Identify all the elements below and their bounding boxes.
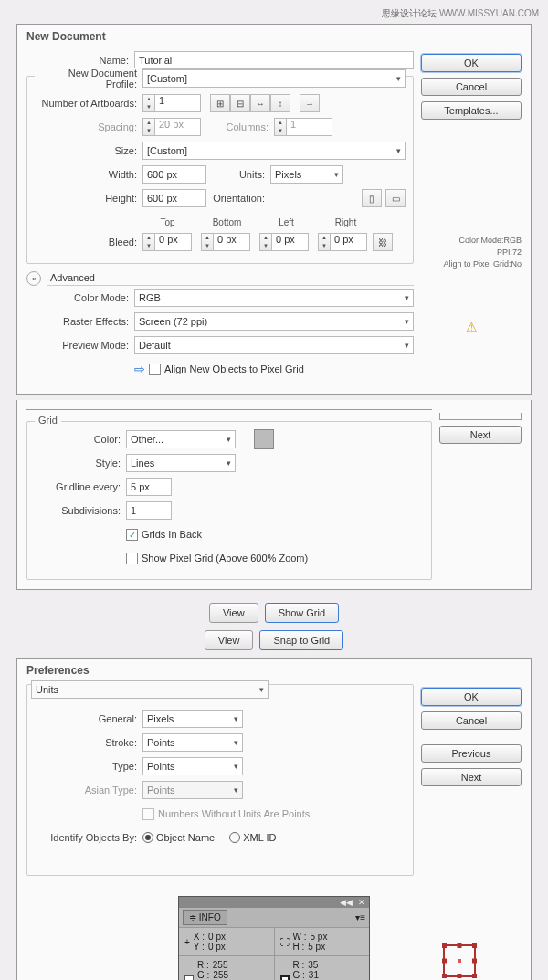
ok-button[interactable]: OK bbox=[421, 54, 522, 72]
show-pixel-grid-checkbox[interactable] bbox=[126, 553, 138, 564]
new-document-dialog: New Document Name: Tutorial New Document… bbox=[16, 24, 532, 395]
arrange-grid-row-icon[interactable]: ⊞ bbox=[210, 94, 230, 112]
advanced-label: Advanced bbox=[47, 272, 99, 283]
shape-preview bbox=[443, 944, 476, 977]
view-menu-1[interactable]: View bbox=[209, 603, 258, 623]
profile-select[interactable]: [Custom] bbox=[142, 69, 406, 88]
arrange-col-icon[interactable]: ↕ bbox=[270, 94, 290, 112]
general-select[interactable]: Pixels bbox=[142, 710, 243, 728]
view-menu-2[interactable]: View bbox=[205, 630, 254, 650]
type-select[interactable]: Points bbox=[142, 757, 243, 775]
color-mode-select[interactable]: RGB bbox=[134, 289, 414, 307]
stroke-select[interactable]: Points bbox=[142, 733, 243, 752]
grid-style-select[interactable]: Lines bbox=[126, 454, 236, 472]
link-bleed-icon[interactable]: ⛓ bbox=[373, 233, 393, 251]
menu-hint-show-grid: View Show Grid bbox=[0, 603, 548, 623]
color-mode-label: Color Mode: bbox=[43, 292, 134, 303]
hint-arrow-icon: ⇨ bbox=[134, 362, 145, 376]
width-label: Width: bbox=[35, 169, 142, 180]
numbers-checkbox bbox=[142, 808, 154, 820]
info-menu-icon[interactable]: ▾≡ bbox=[355, 912, 365, 922]
name-input[interactable]: Tutorial bbox=[134, 51, 414, 69]
preferences-dialog: Preferences Units General: Pixels Stroke… bbox=[16, 658, 532, 980]
warning-icon: ⚠ bbox=[466, 320, 478, 334]
meta-align: Align to Pixel Grid:No bbox=[421, 258, 522, 270]
grid-color-select[interactable]: Other... bbox=[126, 430, 236, 448]
templates-button[interactable]: Templates... bbox=[421, 101, 522, 120]
asian-type-select: Points bbox=[142, 781, 243, 799]
height-label: Height: bbox=[35, 193, 142, 204]
align-pixel-checkbox[interactable] bbox=[149, 364, 161, 375]
bleed-bottom-spinner[interactable]: ▲▼0 px bbox=[201, 233, 250, 251]
object-name-radio[interactable] bbox=[142, 832, 153, 843]
grid-color-label: Color: bbox=[35, 434, 126, 445]
orientation-label: Orientation: bbox=[206, 193, 270, 204]
spacing-label: Spacing: bbox=[35, 121, 142, 132]
artboards-spinner[interactable]: ▲▼ 1 bbox=[142, 94, 201, 112]
gridline-every-input[interactable]: 5 px bbox=[126, 478, 172, 496]
watermark-url: WWW.MISSYUAN.COM bbox=[439, 8, 539, 18]
raster-label: Raster Effects: bbox=[43, 316, 134, 327]
xml-id-label: XML ID bbox=[243, 832, 276, 843]
advanced-collapse-icon[interactable]: « bbox=[26, 271, 41, 286]
grid-style-label: Style: bbox=[35, 458, 126, 469]
grid-next-button[interactable]: Next bbox=[439, 426, 522, 444]
info-close-icon[interactable]: ✕ bbox=[358, 898, 365, 907]
landscape-icon[interactable]: ▭ bbox=[385, 189, 406, 207]
object-name-label: Object Name bbox=[156, 832, 215, 843]
grid-color-swatch[interactable] bbox=[254, 429, 274, 449]
info-collapse-icon[interactable]: ◀◀ bbox=[340, 898, 353, 907]
watermark-top: 思缘设计论坛 WWW.MISSYUAN.COM bbox=[0, 0, 548, 24]
units-select[interactable]: Pixels bbox=[270, 165, 343, 184]
cancel-button[interactable]: Cancel bbox=[421, 78, 522, 96]
show-grid-menu-item[interactable]: Show Grid bbox=[265, 603, 339, 623]
grids-back-checkbox[interactable]: ✓ bbox=[126, 529, 138, 541]
prefs-next-button[interactable]: Next bbox=[421, 768, 522, 786]
gridline-every-label: Gridline every: bbox=[35, 481, 126, 492]
prefs-previous-button[interactable]: Previous bbox=[421, 744, 522, 763]
bleed-bottom-label: Bottom bbox=[202, 217, 252, 227]
width-input[interactable]: 600 px bbox=[142, 165, 206, 184]
fill-swatch-icon bbox=[184, 975, 194, 980]
preview-select[interactable]: Default bbox=[134, 336, 414, 354]
prefs-ok-button[interactable]: OK bbox=[421, 688, 522, 706]
meta-color-mode: Color Mode:RGB bbox=[421, 235, 522, 247]
arrange-grid-col-icon[interactable]: ⊟ bbox=[230, 94, 250, 112]
grid-legend: Grid bbox=[35, 415, 61, 426]
identify-label: Identify Objects By: bbox=[35, 832, 142, 843]
numbers-label: Numbers Without Units Are Points bbox=[158, 808, 310, 819]
info-tab: ≑ INFO bbox=[183, 910, 227, 925]
height-input[interactable]: 600 px bbox=[142, 189, 206, 207]
bleed-right-spinner[interactable]: ▲▼0 px bbox=[318, 233, 367, 251]
subdivisions-input[interactable]: 1 bbox=[126, 501, 172, 520]
prefs-section-select[interactable]: Units bbox=[31, 680, 269, 699]
stroke-swatch-icon bbox=[280, 975, 290, 980]
dimensions-icon: ⛶ bbox=[280, 937, 290, 947]
arrange-row-icon[interactable]: ↔ bbox=[250, 94, 270, 112]
name-label: Name: bbox=[26, 55, 134, 66]
size-label: Size: bbox=[35, 145, 142, 156]
portrait-icon[interactable]: ▯ bbox=[362, 189, 382, 207]
dialog-title: New Document bbox=[17, 25, 531, 48]
snap-grid-menu-item[interactable]: Snap to Grid bbox=[259, 630, 343, 650]
bleed-top-label: Top bbox=[142, 217, 193, 227]
xml-id-radio[interactable] bbox=[229, 832, 240, 843]
columns-spinner: ▲▼ 1 bbox=[274, 118, 332, 136]
meta-ppi: PPI:72 bbox=[421, 247, 522, 258]
bleed-left-label: Left bbox=[261, 217, 311, 227]
show-pixel-grid-label: Show Pixel Grid (Above 600% Zoom) bbox=[142, 553, 308, 564]
raster-select[interactable]: Screen (72 ppi) bbox=[134, 312, 414, 331]
columns-label: Columns: bbox=[201, 121, 274, 132]
bleed-top-spinner[interactable]: ▲▼0 px bbox=[142, 233, 192, 251]
rtl-icon[interactable]: → bbox=[300, 94, 320, 112]
general-label: General: bbox=[35, 713, 142, 724]
preview-label: Preview Mode: bbox=[43, 340, 134, 351]
profile-label: New Document Profile: bbox=[35, 68, 142, 90]
grids-back-label: Grids In Back bbox=[142, 529, 202, 540]
align-pixel-label: Align New Objects to Pixel Grid bbox=[164, 364, 304, 374]
prefs-cancel-button[interactable]: Cancel bbox=[421, 711, 522, 730]
units-label: Units: bbox=[206, 169, 270, 180]
size-select[interactable]: [Custom] bbox=[142, 142, 406, 160]
bleed-left-spinner[interactable]: ▲▼0 px bbox=[259, 233, 309, 251]
bleed-right-label: Right bbox=[321, 217, 371, 227]
